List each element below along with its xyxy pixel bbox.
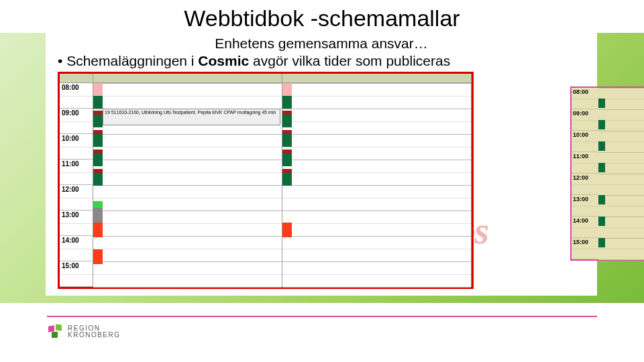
time-label: 13:00 [572,195,598,217]
main-calendar: Cos 08:0009:0010:0011:0012:0013:0014:001… [58,72,474,289]
time-label: 15:00 [572,238,598,259]
time-label: 08:00 [572,88,598,109]
time-axis: 08:0009:0010:0011:0012:0013:0014:0015:00 [60,74,93,287]
time-label: 12:00 [572,174,598,195]
footer-divider [47,316,597,317]
time-label: 12:00 [60,185,93,210]
slot-stripe [282,115,292,127]
calendar-column-1: 19 511010-2166, Utbildning Utb.Testpatie… [93,74,282,287]
bullet-line: • Schemaläggningen i Cosmic avgör vilka … [58,53,589,69]
time-label: 10:00 [572,131,598,152]
slot-stripe [282,83,292,96]
slot-stripe [598,238,605,247]
slot-stripe [598,163,605,172]
bullet-bold: Cosmic [198,53,249,68]
time-label: 10:00 [60,134,93,160]
time-label: 14:00 [572,217,598,238]
region-logo-icon [48,324,63,339]
slot-stripe [598,195,605,204]
footer: REGION KRONOBERG [48,324,121,339]
slot-stripe [282,173,292,186]
slot-stripe [282,134,292,147]
time-label: 09:00 [60,109,93,134]
calendar-column-2 [282,74,472,287]
slot-stripe [282,154,292,166]
slot-stripe [598,217,605,226]
time-label: 14:00 [60,236,93,261]
time-label: 13:00 [60,210,93,236]
slot-stripe [93,154,103,166]
brand-line-2: KRONOBERG [68,332,121,339]
slot-stripe [93,83,103,96]
brand-text: REGION KRONOBERG [68,325,121,339]
slot-stripe [93,173,103,186]
time-label: 08:00 [60,83,93,109]
slot-stripe [93,115,103,127]
slot-stripe [598,99,605,108]
calendar-event: 19 511010-2166, Utbildning Utb.Testpatie… [103,109,280,125]
slot-stripe [282,223,292,237]
slot-stripe [93,249,103,264]
slot-stripe [282,96,292,109]
subtitle: Enhetens gemensamma ansvar… [54,36,589,52]
slot-stripe [93,208,103,223]
slot-stripe [93,223,103,237]
time-label: 11:00 [60,160,93,185]
side-calendar: 08:0009:0010:0011:0012:0013:0014:0015:00 [570,86,644,261]
body-band: Enhetens gemensamma ansvar… • Schemalägg… [46,33,597,296]
time-label: 11:00 [572,152,598,174]
bullet-prefix: • Schemaläggningen i [58,53,198,68]
title-band: Webbtidbok -schemamallar [0,0,644,33]
time-label: 15:00 [60,261,93,287]
slot-stripe [93,201,103,208]
slot-stripe [598,120,605,129]
bullet-suffix: avgör vilka tider som publiceras [249,53,450,68]
slot-stripe [93,96,103,109]
slot-stripe [598,141,605,151]
time-label: 09:00 [572,109,598,131]
slot-stripe [93,134,103,147]
slide-title: Webbtidbok -schemamallar [184,5,460,32]
